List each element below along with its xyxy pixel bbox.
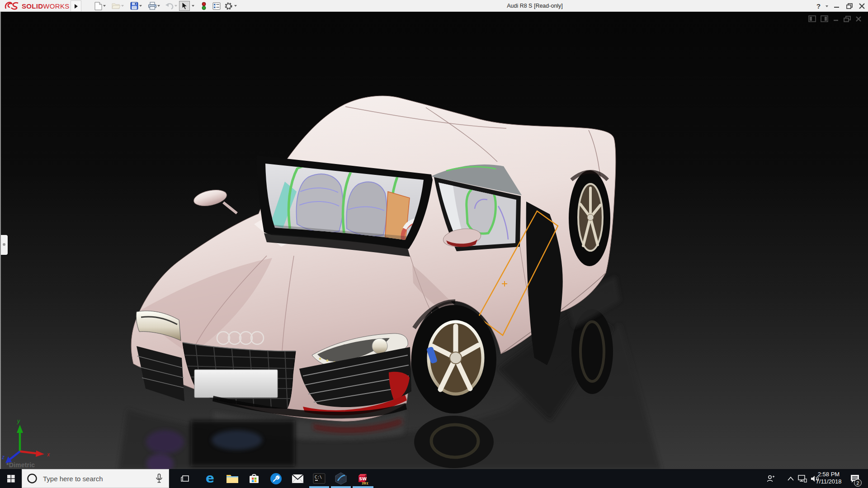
network-icon [798,475,807,483]
panel-tab-grip [3,243,5,246]
windows-logo-icon [7,475,15,483]
view-orientation-label: *Dimetric [6,461,35,469]
clock[interactable]: 2:58 PM 7/11/2018 [811,471,846,485]
pane-toggle-left-icon[interactable] [808,15,816,22]
help-button[interactable]: ? [816,0,821,12]
print-dropdown[interactable] [157,5,160,7]
solidworks-2017-icon: SW 2017 [356,472,369,485]
app-restore-button[interactable] [846,0,853,12]
options-button[interactable] [223,1,233,11]
titlebar: SOLIDWORKS [0,0,868,12]
new-file-icon [94,2,102,10]
hexagon-app-icon [335,472,347,485]
close-icon [859,3,865,9]
restore-icon [846,3,853,9]
notification-badge: 2 [854,479,862,487]
select-tool-button[interactable] [179,1,190,11]
microphone-icon[interactable] [155,474,163,483]
search-placeholder: Type here to search [43,475,155,483]
file-properties-icon [212,2,221,10]
doc-close-icon[interactable] [855,16,862,22]
open-file-dropdown[interactable] [121,5,124,7]
mail-icon [292,474,304,483]
open-file-button[interactable] [111,1,121,11]
side-mirror-left [192,188,228,209]
taskbar-app-edge[interactable]: e [200,469,222,488]
task-view-button[interactable] [175,469,196,488]
open-file-icon [112,2,121,9]
taskbar-app-mail[interactable] [287,469,308,488]
front-wheel[interactable] [411,301,496,413]
search-input[interactable]: Type here to search [22,469,169,488]
document-window-controls [808,15,862,22]
solidworks-logo-icon [5,1,20,10]
graphics-area[interactable]: y x z *Dimetric [0,12,868,469]
mirror-arm [223,202,237,213]
new-file-dropdown[interactable] [103,5,106,7]
chevron-up-icon [788,477,794,481]
clock-date: 7/11/2018 [811,478,846,485]
undo-icon [165,2,174,9]
taskbar-app-file-explorer[interactable] [222,469,243,488]
rear-wheel[interactable] [569,170,610,266]
app-close-button[interactable] [859,0,865,12]
app-minimize-button[interactable] [834,0,840,12]
svg-text:C:\: C:\ [315,475,322,479]
car-model-render[interactable] [1,12,868,469]
doc-minimize-icon[interactable] [833,16,839,22]
new-file-button[interactable] [93,1,103,11]
selection-filter-button[interactable] [199,1,209,11]
taskbar: Type here to search e [0,469,868,488]
doc-restore-icon[interactable] [844,16,851,22]
undo-dropdown[interactable] [175,5,177,7]
minimize-icon [834,3,840,9]
edge-icon: e [204,472,217,485]
traffic-light-icon [202,2,206,10]
undo-button[interactable] [165,1,175,11]
brand-text-works: WORKS [43,2,69,10]
svg-text:SW: SW [359,477,367,481]
file-explorer-icon [226,474,239,484]
triad-x-label: x [47,451,50,458]
file-properties-button[interactable] [212,1,222,11]
wrench-circle-icon [270,473,282,485]
brand-logo: SOLIDWORKS [5,1,70,10]
select-arrow-icon [182,2,188,10]
options-gear-icon [224,2,233,10]
solidworks-window: SOLIDWORKS [0,0,868,488]
store-icon [248,473,260,484]
feature-panel-tab[interactable] [1,235,8,255]
taskbar-app-solidworks[interactable]: SW 2017 [352,469,373,488]
pane-toggle-right-icon[interactable] [821,15,828,22]
menu-expand-arrow[interactable] [71,0,81,12]
start-button[interactable] [0,469,22,488]
triad-y-label: y [17,418,20,424]
taskbar-app-visualize[interactable] [330,469,352,488]
network-button[interactable] [796,469,809,488]
orientation-triad: y x z [2,408,65,465]
options-dropdown[interactable] [234,5,237,7]
taskbar-app-support-utility[interactable] [265,469,287,488]
save-dropdown[interactable] [139,5,142,7]
running-indicator-cmd [309,486,329,488]
taskbar-app-command-prompt[interactable]: C:\ [308,469,330,488]
brand-text-solid: SOLID [22,2,43,10]
print-icon [148,2,157,10]
clock-time: 2:58 PM [811,471,846,478]
print-button[interactable] [147,1,157,11]
task-view-icon [180,474,190,483]
flyout-arrow-icon [74,4,78,9]
svg-text:e: e [206,472,214,485]
command-prompt-icon: C:\ [313,473,326,484]
taskbar-app-store[interactable] [243,469,265,488]
front-grille [182,342,299,409]
select-tool-dropdown[interactable] [192,5,194,7]
people-button[interactable] [764,469,778,488]
help-dropdown[interactable] [826,5,828,7]
running-indicator-solidworks [353,486,373,488]
window-title: Audi R8 S [Read-only] [507,0,563,12]
save-icon [130,2,138,10]
triad-z-label: z [2,454,5,460]
save-button[interactable] [129,1,139,11]
running-indicator-visualize [331,486,351,488]
